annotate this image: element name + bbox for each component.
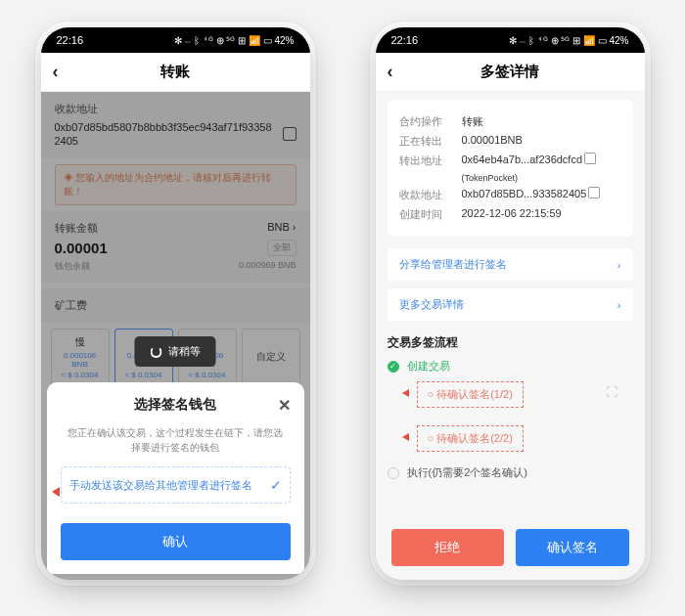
sheet-description: 您正在确认该交易，这个过程发生在链下，请您选择要进行签名的钱包: [65, 425, 287, 455]
transfer-content: 收款地址 0xb07d85bd5807b8bbb3f35ec943af71f93…: [41, 92, 310, 580]
flow-title: 交易多签流程: [388, 334, 633, 351]
confirm-button[interactable]: 确认: [61, 523, 291, 560]
navbar: ‹ 转账: [41, 53, 310, 92]
status-bar: 22:16 ✻ ⋯ ᛒ ⁴ᴳ ⊕ ⁵ᴳ ⊞ 📶 ▭ 42%: [376, 27, 645, 53]
share-link[interactable]: 分享给管理者进行签名›: [388, 248, 633, 281]
expand-icon[interactable]: ⛶: [606, 385, 617, 399]
more-details-link[interactable]: 更多交易详情›: [388, 288, 633, 321]
loading-toast: 请稍等: [135, 336, 216, 367]
close-icon[interactable]: ✕: [278, 396, 291, 415]
wallet-sheet: 选择签名钱包 ✕ 您正在确认该交易，这个过程发生在链下，请您选择要进行签名的钱包…: [47, 382, 304, 574]
copy-icon[interactable]: [586, 154, 596, 164]
highlight-arrow-icon: [402, 389, 409, 397]
copy-icon[interactable]: [590, 189, 600, 198]
detail-card: 合约操作转账 正在转出0.00001BNB 转出地址0x64eb4a7b...a…: [388, 100, 633, 237]
pending-sig-1[interactable]: ○ 待确认签名(1/2): [417, 381, 524, 408]
check-icon: ✓: [270, 477, 282, 493]
back-icon[interactable]: ‹: [53, 62, 59, 82]
navbar: ‹ 多签详情: [376, 53, 645, 92]
status-icons: ✻ ⋯ ᛒ ⁴ᴳ ⊕ ⁵ᴳ ⊞ 📶 ▭ 42%: [509, 35, 628, 46]
op-value: 转账: [462, 114, 621, 129]
page-title: 多签详情: [480, 63, 539, 81]
highlight-arrow-icon: [402, 433, 409, 441]
step-create: 创建交易: [388, 359, 633, 374]
highlight-arrow-icon: [52, 487, 60, 497]
from-address: 0x64eb4a7b...af236dcfcd: [462, 154, 621, 165]
sign-button[interactable]: 确认签名: [516, 529, 629, 566]
detail-content: 合约操作转账 正在转出0.00001BNB 转出地址0x64eb4a7b...a…: [376, 92, 645, 580]
sheet-title: 选择签名钱包 ✕: [61, 396, 291, 414]
amount-value: 0.00001BNB: [462, 134, 621, 146]
reject-button[interactable]: 拒绝: [391, 529, 505, 566]
from-address-sub: (TokenPocket): [462, 173, 621, 183]
empty-dot-icon: [388, 467, 399, 479]
to-address: 0xb07d85BD...933582405: [462, 188, 621, 199]
status-icons: ✻ ⋯ ᛒ ⁴ᴳ ⊕ ⁵ᴳ ⊞ 📶 ▭ 42%: [174, 35, 294, 46]
spinner-icon: [151, 346, 162, 358]
status-time: 22:16: [57, 34, 171, 46]
chevron-right-icon: ›: [617, 259, 621, 271]
status-time: 22:16: [391, 34, 506, 46]
modal-overlay: 请稍等 选择签名钱包 ✕ 您正在确认该交易，这个过程发生在链下，请您选择要进行签…: [41, 92, 310, 580]
page-title: 转账: [160, 63, 190, 81]
status-bar: 22:16 ✻ ⋯ ᛒ ⁴ᴳ ⊕ ⁵ᴳ ⊞ 📶 ▭ 42%: [41, 27, 310, 53]
action-buttons: 拒绝 确认签名: [376, 515, 645, 580]
check-dot-icon: [388, 361, 399, 373]
signature-flow: 交易多签流程 创建交易 ○ 待确认签名(1/2) ⛶ ○ 待确认签名(2/2) …: [388, 334, 633, 486]
chevron-right-icon: ›: [617, 299, 621, 311]
manual-send-option[interactable]: 手动发送该交易给其他管理者进行签名 ✓: [61, 466, 291, 504]
back-icon[interactable]: ‹: [388, 62, 393, 82]
phone-transfer: 22:16 ✻ ⋯ ᛒ ⁴ᴳ ⊕ ⁵ᴳ ⊞ 📶 ▭ 42% ‹ 转账 收款地址 …: [41, 27, 310, 580]
pending-sig-2[interactable]: ○ 待确认签名(2/2): [417, 425, 524, 452]
phone-multisig-detail: 22:16 ✻ ⋯ ᛒ ⁴ᴳ ⊕ ⁵ᴳ ⊞ 📶 ▭ 42% ‹ 多签详情 合约操…: [376, 27, 645, 580]
step-execute: 执行(仍需要2个签名确认): [388, 465, 633, 480]
create-time: 2022-12-06 22:15:59: [462, 207, 621, 219]
